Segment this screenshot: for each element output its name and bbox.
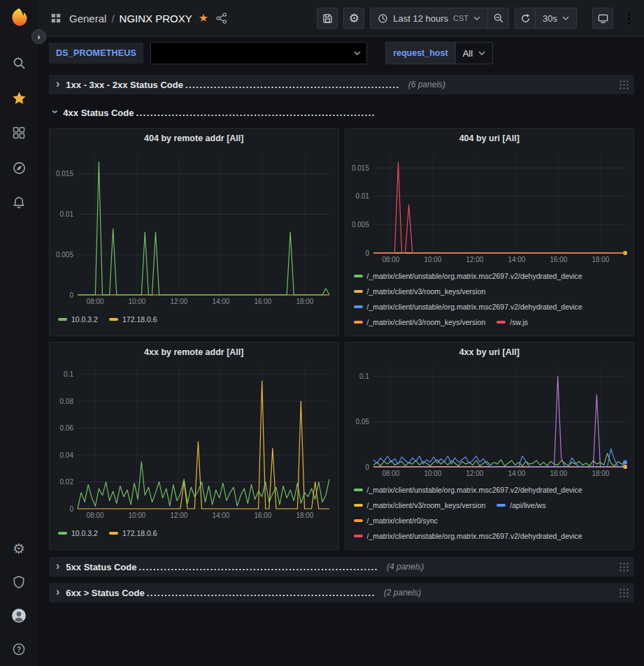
panel-title[interactable]: 4xx by remote addr [All] (50, 342, 338, 362)
legend-label: /_matrix/client/unstable/org.matrix.msc2… (367, 300, 582, 314)
row-title: 1xx - 3xx - 2xx Status Code (66, 80, 183, 90)
grafana-logo[interactable] (9, 7, 29, 27)
sidebar-main-nav (10, 55, 27, 211)
alerting-bell-icon[interactable] (10, 194, 27, 211)
row-title: 4xx Status Code (63, 108, 134, 118)
legend-item[interactable]: 172.18.0.6 (109, 526, 157, 540)
legend-label: /api/live/ws (510, 498, 545, 512)
legend-item[interactable]: 10.0.3.2 (58, 312, 98, 326)
legend-item[interactable]: /_matrix/client/v3/room_keys/version (354, 498, 486, 512)
row-drag-handle[interactable] (619, 80, 629, 89)
panel-grid: 404 by remote addr [All] 08:0010:0012:00… (49, 128, 634, 550)
refresh-controls-group: 30s (515, 8, 577, 29)
svg-text:10:00: 10:00 (424, 470, 441, 477)
save-dashboard-button[interactable] (317, 8, 338, 29)
request-host-variable-label: request_host (385, 42, 455, 64)
grafana-app: ⚙ ? › General / NGINX PROXY (0, 0, 644, 666)
row-4xx-status-code[interactable]: › 4xx Status Code ......................… (49, 103, 634, 122)
help-icon[interactable]: ? (10, 641, 27, 658)
svg-text:18:00: 18:00 (592, 470, 609, 477)
svg-text:0.04: 0.04 (60, 451, 74, 459)
row-1xx-3xx-2xx-status-code[interactable]: › 1xx - 3xx - 2xx Status Code ..........… (49, 75, 634, 94)
svg-text:0.06: 0.06 (60, 424, 74, 432)
apps-grid-icon[interactable] (49, 11, 63, 25)
row-title-leader-dots: ........................................… (147, 588, 375, 598)
admin-shield-icon[interactable] (10, 574, 27, 591)
timeseries-chart[interactable]: 08:0010:0012:0014:0016:0018:0000.0050.01… (52, 148, 335, 306)
chart-legend: 10.0.3.2172.18.0.6 (50, 311, 338, 335)
time-zone-label: CST (453, 14, 468, 22)
svg-text:?: ? (17, 646, 21, 653)
legend-item[interactable]: /_matrix/client/unstable/org.matrix.msc2… (354, 529, 582, 543)
explore-compass-icon[interactable] (10, 159, 27, 176)
chart-legend: /_matrix/client/unstable/org.matrix.msc2… (345, 268, 634, 335)
timeseries-chart[interactable]: 08:0010:0012:0014:0016:0018:0000.050.1 (348, 362, 631, 478)
legend-item[interactable]: /_matrix/client/v3/room_keys/version (354, 284, 486, 298)
svg-text:0.1: 0.1 (64, 370, 73, 378)
legend-item[interactable]: /_matrix/client/unstable/org.matrix.msc2… (354, 300, 582, 314)
legend-item[interactable]: /_matrix/client/v3/room_keys/version (354, 315, 486, 329)
legend-label: /_matrix/client/v3/room_keys/version (367, 315, 486, 329)
legend-item[interactable]: /_matrix/client/unstable/org.matrix.msc2… (354, 269, 582, 283)
host-variable-select[interactable] (150, 42, 367, 64)
variable-ds-prometheus-link[interactable]: DS_PROMETHEUS (49, 43, 143, 64)
refresh-interval-picker[interactable]: 30s (536, 8, 577, 29)
legend-item[interactable]: 10.0.3.2 (58, 526, 98, 540)
timeseries-chart[interactable]: 08:0010:0012:0014:0016:0018:0000.0050.01… (348, 148, 631, 264)
row-title-leader-dots: ........................................… (138, 562, 378, 572)
favorite-star-icon[interactable]: ★ (199, 13, 208, 24)
svg-text:14:00: 14:00 (212, 298, 229, 305)
row-panel-count: (6 panels) (408, 80, 445, 89)
svg-text:10:00: 10:00 (424, 256, 441, 263)
panel-title[interactable]: 4xx by uri [All] (345, 342, 634, 362)
search-icon[interactable] (10, 55, 27, 71)
breadcrumb: General / NGINX PROXY (69, 13, 192, 24)
refresh-button[interactable] (515, 8, 536, 29)
row-5xx-status-code[interactable]: › 5xx Status Code ......................… (49, 557, 634, 577)
legend-label: /_matrix/client/v3/room_keys/version (367, 498, 486, 512)
svg-text:12:00: 12:00 (170, 298, 187, 305)
row-drag-handle[interactable] (619, 588, 629, 598)
svg-text:08:00: 08:00 (86, 298, 103, 305)
svg-text:12:00: 12:00 (466, 470, 483, 477)
gear-icon: ⚙ (349, 13, 359, 24)
sidebar-expand-button[interactable]: › (31, 29, 46, 44)
row-drag-handle[interactable] (619, 562, 629, 572)
legend-label: /_matrix/client/unstable/org.matrix.msc2… (367, 529, 582, 543)
panel-title[interactable]: 404 by remote addr [All] (50, 129, 338, 148)
breadcrumb-folder[interactable]: General (69, 13, 106, 24)
breadcrumb-separator: / (111, 13, 114, 24)
row-6xx-status-code[interactable]: › 6xx > Status Code ....................… (49, 583, 634, 602)
svg-text:18:00: 18:00 (296, 512, 313, 519)
user-avatar[interactable] (10, 607, 27, 624)
kebab-menu-button[interactable]: ⋮ (619, 10, 634, 27)
chevron-down-icon: › (50, 110, 61, 113)
legend-item[interactable]: /_matrix/client/r0/sync (354, 514, 438, 528)
svg-text:0.01: 0.01 (355, 192, 369, 200)
svg-text:14:00: 14:00 (212, 512, 229, 519)
share-icon[interactable] (215, 11, 229, 25)
sidebar-bottom-nav: ⚙ ? (10, 540, 27, 658)
svg-text:0.015: 0.015 (351, 164, 368, 172)
request-host-variable-select[interactable]: All (455, 42, 493, 64)
legend-item[interactable]: /api/live/ws (496, 498, 545, 512)
legend-item[interactable]: /sw.js (496, 315, 528, 329)
breadcrumb-dashboard-title[interactable]: NGINX PROXY (120, 13, 192, 24)
cycle-view-mode-button[interactable] (592, 8, 613, 29)
svg-text:18:00: 18:00 (592, 256, 609, 263)
legend-item[interactable]: 172.18.0.6 (109, 312, 157, 326)
starred-icon[interactable] (10, 89, 27, 106)
dashboards-icon[interactable] (10, 124, 27, 141)
svg-text:10:00: 10:00 (128, 298, 145, 305)
server-admin-settings-icon[interactable]: ⚙ (10, 540, 27, 557)
svg-text:0.005: 0.005 (56, 251, 73, 259)
timeseries-chart[interactable]: 08:0010:0012:0014:0016:0018:0000.020.040… (52, 362, 335, 520)
legend-swatch (354, 488, 363, 491)
svg-text:08:00: 08:00 (86, 512, 103, 519)
svg-text:0.005: 0.005 (351, 221, 368, 229)
legend-item[interactable]: /_matrix/client/unstable/org.matrix.msc2… (354, 483, 582, 497)
zoom-out-button[interactable] (488, 8, 509, 29)
dashboard-settings-button[interactable]: ⚙ (343, 8, 364, 29)
panel-title[interactable]: 404 by uri [All] (345, 129, 634, 148)
time-range-picker[interactable]: Last 12 hours CST (370, 8, 488, 29)
